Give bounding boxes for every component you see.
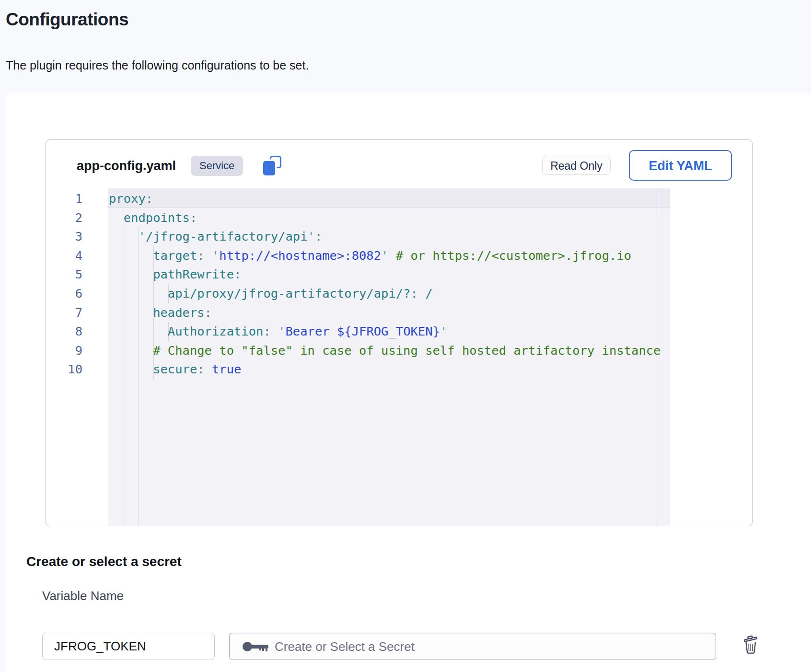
yaml-editor-card: app-config.yaml Service Read Only Edit Y…	[46, 139, 753, 526]
copy-icon-front	[263, 161, 275, 175]
secret-select-field[interactable]	[229, 633, 716, 660]
code-line: target: 'http://<hostname>:8082' # or ht…	[109, 246, 670, 266]
secret-section-heading: Create or select a secret	[26, 554, 182, 569]
code-line: proxy:	[109, 189, 670, 209]
code-line: '/jfrog-artifactory/api':	[109, 227, 670, 246]
line-number: 4	[46, 246, 82, 266]
line-number: 7	[46, 303, 82, 323]
code-line: secure: true	[109, 360, 670, 379]
key-icon	[242, 640, 270, 653]
code-line: api/proxy/jfrog-artifactory/api/?: /	[109, 284, 670, 303]
read-only-badge: Read Only	[542, 156, 611, 175]
variable-name-label: Variable Name	[42, 589, 124, 603]
code-area[interactable]: proxy: endpoints: '/jfrog-artifactory/ap…	[108, 188, 670, 526]
gutter-numbers: 12345678910	[46, 188, 108, 526]
line-number: 2	[46, 209, 82, 228]
line-number: 5	[46, 265, 82, 284]
code-editor[interactable]: 12345678910 proxy: endpoints: '/jfrog-ar…	[46, 188, 752, 526]
filename-label: app-config.yaml	[77, 159, 176, 174]
line-number: 9	[46, 341, 82, 360]
line-number: 6	[46, 284, 82, 303]
code-lines: proxy: endpoints: '/jfrog-artifactory/ap…	[108, 188, 670, 379]
code-line: # Change to "false" in case of using sel…	[109, 341, 670, 360]
code-line: pathRewrite:	[109, 265, 670, 284]
delete-secret-button[interactable]	[739, 634, 762, 657]
line-number: 8	[46, 322, 82, 341]
page-title: Configurations	[6, 10, 128, 30]
page: Configurations The plugin requires the f…	[0, 0, 811, 672]
secret-select-input[interactable]	[274, 633, 702, 660]
line-number: 1	[46, 189, 82, 209]
page-subtitle: The plugin requires the following config…	[6, 58, 309, 72]
editor-card-header: app-config.yaml Service Read Only Edit Y…	[46, 140, 752, 188]
line-number: 3	[46, 227, 82, 246]
code-line: Authorization: 'Bearer ${JFROG_TOKEN}'	[109, 322, 670, 341]
variable-name-input[interactable]	[42, 633, 215, 660]
code-line: endpoints:	[109, 209, 670, 228]
trash-icon	[742, 635, 759, 654]
line-number: 10	[46, 360, 82, 379]
edit-yaml-button[interactable]: Edit YAML	[629, 150, 732, 181]
service-badge: Service	[191, 156, 243, 176]
copy-icon[interactable]	[262, 155, 283, 176]
code-line: headers:	[109, 303, 670, 323]
